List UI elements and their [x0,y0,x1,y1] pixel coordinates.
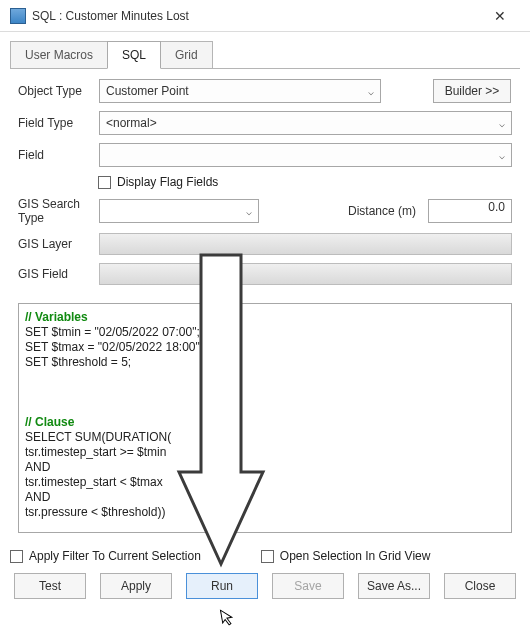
gis-layer-label: GIS Layer [18,237,93,251]
window-title: SQL : Customer Minutes Lost [32,9,478,23]
tab-sql[interactable]: SQL [107,41,161,69]
distance-label: Distance (m) [348,204,416,218]
open-grid-label: Open Selection In Grid View [280,549,431,563]
field-type-label: Field Type [18,116,93,130]
builder-button[interactable]: Builder >> [433,79,511,103]
sql-form-panel: Object Type Customer Point ⌵ Builder >> … [10,68,520,299]
save-as-button[interactable]: Save As... [358,573,430,599]
app-icon [10,8,26,24]
sql-comment: // Clause [25,415,74,429]
sql-line: SET $threshold = 5; [25,355,131,369]
chevron-down-icon: ⌵ [368,86,374,97]
field-select[interactable]: ⌵ [99,143,512,167]
titlebar: SQL : Customer Minutes Lost ✕ [0,0,530,32]
tab-strip: User Macros SQL Grid [0,32,530,68]
sql-line: tsr.timestep_start >= $tmin [25,445,166,459]
sql-line: SET $tmin = "02/05/2022 07:00"; [25,325,200,339]
field-label: Field [18,148,93,162]
run-button[interactable]: Run [186,573,258,599]
gis-search-type-label: GIS Search Type [18,197,93,225]
button-bar: Test Apply Run Save Save As... Close [0,573,530,613]
tab-user-macros[interactable]: User Macros [10,41,108,68]
sql-line: SET $tmax = "02/05/2022 18:00"; [25,340,203,354]
apply-button[interactable]: Apply [100,573,172,599]
chevron-down-icon: ⌵ [499,118,505,129]
save-button: Save [272,573,344,599]
sql-line: tsr.pressure < $threshold)) [25,505,165,519]
test-button[interactable]: Test [14,573,86,599]
distance-input[interactable]: 0.0 [428,199,512,223]
checkbox-icon [10,550,23,563]
close-icon[interactable]: ✕ [478,0,522,32]
field-type-select[interactable]: <normal> ⌵ [99,111,512,135]
sql-comment: // Variables [25,310,88,324]
gis-field-select [99,263,512,285]
chevron-down-icon: ⌵ [246,206,252,217]
sql-line: AND [25,490,50,504]
display-flag-checkbox[interactable]: Display Flag Fields [98,175,512,189]
tab-grid[interactable]: Grid [160,41,213,68]
bottom-options: Apply Filter To Current Selection Open S… [0,543,530,573]
close-button[interactable]: Close [444,573,516,599]
field-type-value: <normal> [106,116,157,130]
chevron-down-icon: ⌵ [499,150,505,161]
open-grid-checkbox[interactable]: Open Selection In Grid View [261,549,431,563]
gis-search-type-select[interactable]: ⌵ [99,199,259,223]
sql-line: SELECT SUM(DURATION( [25,430,171,444]
gis-layer-select [99,233,512,255]
gis-field-label: GIS Field [18,267,93,281]
sql-line: tsr.timestep_start < $tmax [25,475,163,489]
apply-filter-checkbox[interactable]: Apply Filter To Current Selection [10,549,201,563]
object-type-select[interactable]: Customer Point ⌵ [99,79,381,103]
checkbox-icon [98,176,111,189]
sql-line: AND [25,460,50,474]
apply-filter-label: Apply Filter To Current Selection [29,549,201,563]
object-type-label: Object Type [18,84,93,98]
display-flag-label: Display Flag Fields [117,175,218,189]
checkbox-icon [261,550,274,563]
sql-editor[interactable]: // Variables SET $tmin = "02/05/2022 07:… [18,303,512,533]
object-type-value: Customer Point [106,84,189,98]
